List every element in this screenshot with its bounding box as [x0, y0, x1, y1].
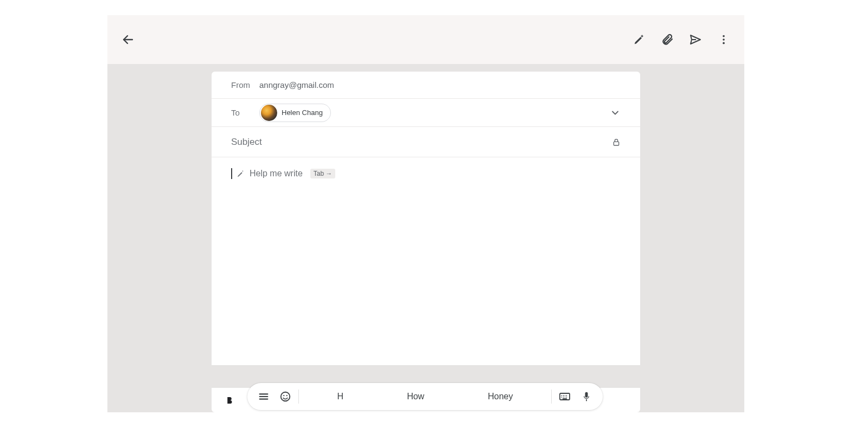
expand-recipients-button[interactable]: [610, 107, 621, 118]
recipient-name: Helen Chang: [282, 108, 323, 117]
divider: [298, 390, 299, 404]
from-row[interactable]: From anngray@gmail.com: [212, 72, 640, 99]
suggestion-item[interactable]: Honey: [481, 390, 519, 404]
svg-rect-5: [614, 142, 618, 145]
top-toolbar-right: [631, 32, 731, 47]
help-me-write-prompt[interactable]: Help me write Tab →: [231, 168, 621, 179]
keyboard-icon: [558, 390, 571, 403]
subject-row[interactable]: Subject: [212, 127, 640, 157]
to-label: To: [231, 108, 254, 117]
magic-write-button[interactable]: [631, 32, 647, 47]
compose-frame: From anngray@gmail.com To Helen Chang Su…: [107, 15, 744, 412]
keyboard-toggle-button[interactable]: [558, 390, 571, 403]
bold-button[interactable]: [224, 394, 235, 406]
magic-pen-icon: [633, 34, 645, 46]
text-cursor: [231, 168, 232, 179]
svg-point-22: [286, 395, 288, 396]
top-toolbar-left: [120, 32, 136, 47]
keyboard-menu-button[interactable]: [257, 390, 270, 403]
voice-input-button[interactable]: [580, 390, 593, 403]
svg-point-20: [281, 392, 290, 401]
mic-icon: [581, 391, 592, 402]
suggestion-list: H How Honey: [305, 390, 545, 404]
paperclip-icon: [661, 33, 674, 46]
send-icon: [689, 33, 702, 46]
svg-point-21: [283, 395, 284, 396]
tab-hint-text: Tab: [314, 170, 324, 177]
back-button[interactable]: [120, 32, 136, 47]
to-row[interactable]: To Helen Chang: [212, 99, 640, 127]
menu-icon: [258, 391, 270, 403]
divider: [551, 390, 552, 404]
svg-point-4: [723, 42, 725, 44]
compose-midarea: From anngray@gmail.com To Helen Chang Su…: [107, 64, 744, 412]
pen-sparkle-icon: [237, 169, 245, 178]
more-vert-icon: [718, 34, 730, 46]
arrow-left-icon: [122, 33, 135, 46]
suggestion-item[interactable]: H: [331, 390, 350, 404]
help-me-write-label: Help me write: [250, 169, 303, 178]
confidential-mode-button[interactable]: [612, 138, 621, 146]
compose-card: From anngray@gmail.com To Helen Chang Su…: [212, 72, 640, 365]
compose-body[interactable]: Help me write Tab →: [212, 157, 640, 365]
lock-icon: [612, 138, 621, 146]
top-toolbar: [107, 15, 744, 64]
from-email: anngray@gmail.com: [259, 80, 334, 90]
tab-hint: Tab →: [310, 169, 335, 178]
subject-placeholder: Subject: [231, 137, 262, 148]
svg-rect-33: [586, 399, 587, 401]
attach-button[interactable]: [660, 32, 675, 47]
more-options-button[interactable]: [716, 32, 731, 47]
svg-point-2: [723, 35, 725, 37]
tab-hint-arrow: →: [326, 170, 332, 177]
from-label: From: [231, 80, 259, 90]
send-button[interactable]: [688, 32, 703, 47]
avatar: [261, 105, 277, 121]
bold-icon: [225, 395, 234, 405]
svg-point-3: [723, 39, 725, 41]
chevron-down-icon: [610, 107, 621, 118]
suggestion-item[interactable]: How: [400, 390, 431, 404]
emoji-icon: [279, 391, 291, 403]
keyboard-suggestion-bar: H How Honey: [247, 383, 603, 410]
emoji-button[interactable]: [279, 390, 292, 403]
recipient-chip[interactable]: Helen Chang: [259, 104, 331, 122]
